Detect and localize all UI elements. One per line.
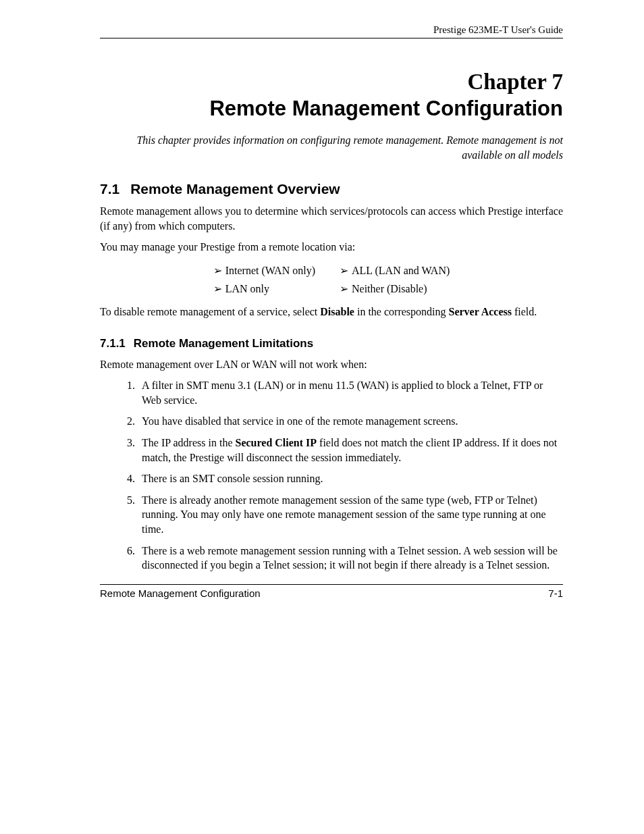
option-item: ALL (LAN and WAN) [352, 265, 450, 276]
list-item: The IP address in the Secured Client IP … [138, 436, 563, 465]
options-list: ➢Internet (WAN only) ➢ALL (LAN and WAN) … [201, 261, 462, 298]
chapter-intro: This chapter provides information on con… [100, 133, 563, 162]
paragraph: Remote management over LAN or WAN will n… [100, 357, 563, 372]
subsection-number: 7.1.1 [100, 337, 126, 350]
chapter-title-block: Chapter 7 Remote Management Configuratio… [100, 68, 563, 122]
page-footer: Remote Management Configuration 7-1 [100, 584, 563, 599]
subsection-title: Remote Management Limitations [134, 337, 313, 350]
section-number: 7.1 [100, 181, 119, 197]
chapter-number: Chapter 7 [100, 68, 563, 96]
numbered-list: A filter in SMT menu 3.1 (LAN) or in men… [100, 378, 563, 573]
running-header: Prestige 623ME-T User's Guide [100, 24, 563, 38]
list-item: There is a web remote management session… [138, 544, 563, 573]
list-item: There is already another remote manageme… [138, 493, 563, 537]
footer-left: Remote Management Configuration [100, 588, 261, 599]
footer-page-number: 7-1 [548, 588, 563, 599]
triangle-right-icon: ➢ [340, 264, 352, 277]
paragraph: Remote management allows you to determin… [100, 204, 563, 233]
page: Prestige 623ME-T User's Guide Chapter 7 … [0, 0, 644, 834]
option-item: Internet (WAN only) [225, 265, 315, 276]
bold-term: Server Access [449, 306, 512, 317]
paragraph: To disable remote management of a servic… [100, 305, 563, 319]
option-item: LAN only [225, 283, 269, 294]
section-title: Remote Management Overview [130, 181, 340, 197]
chapter-name: Remote Management Configuration [100, 96, 563, 122]
triangle-right-icon: ➢ [213, 264, 225, 277]
bold-term: Secured Client IP [235, 437, 317, 448]
header-text: Prestige 623ME-T User's Guide [433, 24, 563, 35]
section-heading: 7.1Remote Management Overview [100, 181, 563, 197]
paragraph: You may manage your Prestige from a remo… [100, 240, 563, 255]
triangle-right-icon: ➢ [340, 282, 352, 295]
list-item: There is an SMT console session running. [138, 471, 563, 486]
triangle-right-icon: ➢ [213, 282, 225, 295]
list-item: A filter in SMT menu 3.1 (LAN) or in men… [138, 378, 563, 407]
bold-term: Disable [320, 306, 354, 317]
subsection-heading: 7.1.1Remote Management Limitations [100, 337, 563, 350]
list-item: You have disabled that service in one of… [138, 414, 563, 429]
option-item: Neither (Disable) [352, 283, 427, 294]
